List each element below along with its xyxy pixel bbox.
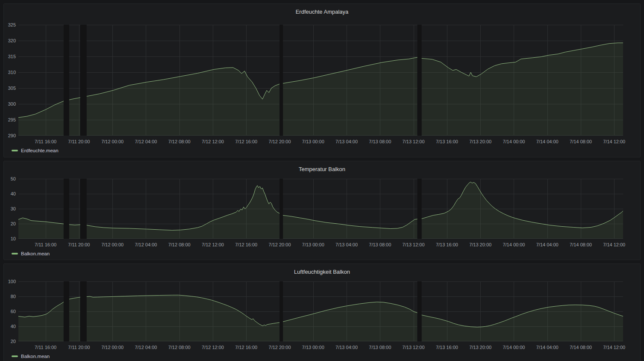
- series-color-icon: [12, 253, 18, 254]
- x-tick-label: 7/14 00:00: [494, 242, 533, 248]
- legend-item-balkon-mean[interactable]: Balkon.mean: [12, 251, 50, 257]
- x-tick-label: 7/12 20:00: [261, 344, 299, 350]
- chart-region: Balkon.mean 50403020107/11 16:007/11 20:…: [18, 179, 623, 260]
- series-balkon-mean: [18, 182, 623, 239]
- time-series-plot[interactable]: [18, 25, 623, 136]
- y-tick-label: 315: [4, 53, 16, 59]
- y-tick-label: 20: [4, 338, 16, 344]
- time-series-plot[interactable]: [18, 281, 623, 341]
- x-tick-label: 7/13 12:00: [394, 344, 433, 350]
- time-series-plot[interactable]: [18, 179, 623, 239]
- x-tick-label: 7/13 04:00: [327, 344, 366, 350]
- panel-temperatur-balkon: Temperatur Balkon Balkon.mean 5040302010…: [3, 161, 641, 260]
- x-tick-label: 7/14 04:00: [528, 242, 567, 248]
- x-tick-label: 7/14 12:00: [595, 139, 633, 145]
- x-tick-label: 7/13 16:00: [428, 344, 466, 350]
- x-tick-label: 7/12 20:00: [261, 139, 299, 145]
- legend: Erdfeuchte.mean: [12, 148, 59, 154]
- x-tick-label: 7/14 08:00: [562, 242, 600, 248]
- x-tick-label: 7/13 16:00: [428, 242, 466, 248]
- x-tick-label: 7/11 20:00: [60, 344, 98, 350]
- series-balkon-mean: [18, 295, 623, 341]
- legend-item-erdfeuchte-mean[interactable]: Erdfeuchte.mean: [12, 148, 59, 154]
- chart-region: Erdfeuchte.mean 325320315310305300295290…: [18, 25, 623, 157]
- y-tick-label: 290: [4, 133, 16, 139]
- y-tick-label: 325: [4, 22, 16, 28]
- data-gap-band: [80, 179, 87, 239]
- x-tick-label: 7/13 12:00: [394, 139, 433, 145]
- x-tick-label: 7/14 12:00: [595, 242, 633, 248]
- y-tick-label: 60: [4, 308, 16, 314]
- x-tick-label: 7/12 08:00: [160, 242, 199, 248]
- grafana-dashboard: Erdfeuchte Ampalaya Erdfeuchte.mean 3253…: [0, 0, 644, 361]
- x-tick-label: 7/13 16:00: [428, 139, 466, 145]
- x-tick-label: 7/13 00:00: [294, 242, 332, 248]
- legend: Balkon.mean: [12, 251, 50, 257]
- x-tick-label: 7/13 20:00: [461, 242, 500, 248]
- data-gap-band: [418, 25, 422, 136]
- x-tick-label: 7/12 12:00: [194, 242, 232, 248]
- x-tick-label: 7/11 20:00: [60, 139, 98, 145]
- y-tick-label: 320: [4, 38, 16, 44]
- legend-label: Balkon.mean: [21, 251, 50, 257]
- y-tick-label: 300: [4, 101, 16, 107]
- x-tick-label: 7/12 04:00: [126, 344, 165, 350]
- x-tick-label: 7/12 04:00: [126, 139, 165, 145]
- y-tick-label: 30: [4, 206, 16, 212]
- x-tick-label: 7/12 16:00: [227, 344, 265, 350]
- x-tick-label: 7/11 16:00: [26, 242, 65, 248]
- y-tick-label: 50: [4, 176, 16, 182]
- data-gap-band: [279, 179, 283, 239]
- data-gap-band: [80, 25, 87, 136]
- x-tick-label: 7/14 00:00: [494, 344, 533, 350]
- chart-region: Balkon.mean 100806040207/11 16:007/11 20…: [18, 281, 623, 361]
- legend-item-balkon-mean[interactable]: Balkon.mean: [12, 353, 50, 359]
- x-tick-label: 7/12 12:00: [194, 344, 232, 350]
- x-tick-label: 7/12 00:00: [93, 344, 132, 350]
- data-gap-band: [80, 281, 87, 341]
- y-tick-label: 40: [4, 191, 16, 197]
- data-gap-band: [418, 281, 422, 341]
- x-tick-label: 7/13 20:00: [461, 139, 500, 145]
- data-gap-band: [64, 179, 69, 239]
- x-tick-label: 7/13 04:00: [327, 242, 366, 248]
- x-tick-label: 7/14 04:00: [528, 139, 567, 145]
- x-tick-label: 7/14 12:00: [595, 344, 633, 350]
- panel-title[interactable]: Temperatur Balkon: [4, 161, 640, 174]
- x-tick-label: 7/11 20:00: [60, 242, 98, 248]
- panel-erdfeuchte-ampalaya: Erdfeuchte Ampalaya Erdfeuchte.mean 3253…: [3, 3, 641, 157]
- data-gap-band: [279, 25, 283, 136]
- x-tick-label: 7/11 16:00: [26, 139, 65, 145]
- x-tick-label: 7/14 04:00: [528, 344, 567, 350]
- x-tick-label: 7/13 00:00: [294, 344, 332, 350]
- x-tick-label: 7/12 00:00: [93, 242, 132, 248]
- panel-title[interactable]: Luftfeuchtigkeit Balkon: [4, 264, 640, 277]
- data-gap-band: [279, 281, 283, 341]
- legend-label: Balkon.mean: [21, 353, 50, 359]
- y-tick-label: 80: [4, 293, 16, 299]
- y-tick-label: 100: [4, 278, 16, 284]
- x-tick-label: 7/12 04:00: [126, 242, 165, 248]
- x-tick-label: 7/12 00:00: [93, 139, 132, 145]
- data-gap-band: [64, 281, 69, 341]
- y-tick-label: 20: [4, 221, 16, 227]
- x-tick-label: 7/13 08:00: [361, 242, 399, 248]
- x-tick-label: 7/13 08:00: [361, 139, 399, 145]
- legend: Balkon.mean: [12, 353, 50, 359]
- series-color-icon: [12, 150, 18, 151]
- panel-title[interactable]: Erdfeuchte Ampalaya: [4, 4, 640, 17]
- x-tick-label: 7/12 12:00: [194, 139, 232, 145]
- x-tick-label: 7/14 08:00: [562, 139, 600, 145]
- x-tick-label: 7/13 08:00: [361, 344, 399, 350]
- y-tick-label: 310: [4, 69, 16, 75]
- panel-luftfeuchtigkeit-balkon: Luftfeuchtigkeit Balkon Balkon.mean 1008…: [3, 263, 641, 361]
- x-tick-label: 7/13 00:00: [294, 139, 332, 145]
- x-tick-label: 7/12 16:00: [227, 139, 265, 145]
- x-tick-label: 7/11 16:00: [26, 344, 65, 350]
- y-tick-label: 305: [4, 85, 16, 91]
- x-tick-label: 7/13 12:00: [394, 242, 433, 248]
- x-tick-label: 7/13 20:00: [461, 344, 500, 350]
- legend-label: Erdfeuchte.mean: [21, 148, 59, 154]
- series-color-icon: [12, 355, 18, 357]
- x-tick-label: 7/12 08:00: [160, 139, 199, 145]
